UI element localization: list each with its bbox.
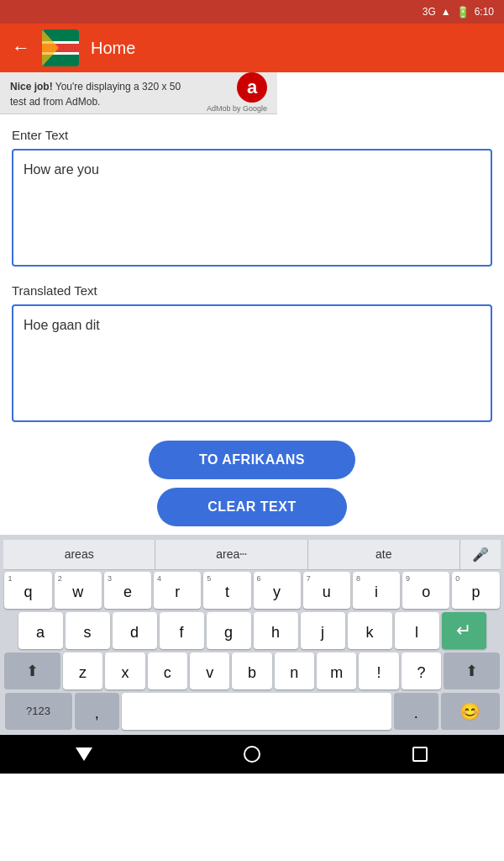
key-q[interactable]: 1 q: [4, 572, 51, 609]
period-key[interactable]: .: [394, 693, 438, 730]
ad-text: Nice job! You're displaying a 320 x 50 t…: [10, 78, 198, 108]
key-h[interactable]: h: [254, 612, 298, 649]
app-bar: ← Home: [0, 24, 504, 72]
app-logo: [42, 29, 79, 66]
key-u[interactable]: 7 u: [303, 572, 350, 609]
app-title: Home: [91, 39, 135, 58]
enter-key[interactable]: ↵: [442, 612, 486, 649]
shift-key[interactable]: ⬆: [4, 652, 60, 689]
keyboard: areas area ••• ate 🎤 1 q 2 w 3 e 4 r: [0, 535, 504, 735]
nav-recents-button[interactable]: [400, 734, 440, 774]
ad-text-bold: Nice job!: [10, 81, 53, 92]
key-r[interactable]: 4 r: [154, 572, 201, 609]
bottom-key-row: ⬆ z x c v b n m ! ? ⬆: [3, 651, 501, 691]
translated-text-label: Translated Text: [12, 283, 492, 298]
recents-nav-icon: [412, 747, 428, 762]
network-indicator: 3G: [423, 6, 436, 18]
time-display: 6:10: [475, 6, 494, 18]
enter-text-label: Enter Text: [12, 128, 492, 142]
number-key-row: 1 q 2 w 3 e 4 r 5 t 6 y 7 u 8 i: [3, 570, 501, 610]
nav-home-button[interactable]: [232, 734, 272, 774]
suggestion-areas[interactable]: areas: [3, 540, 155, 569]
key-l[interactable]: l: [395, 612, 439, 649]
status-bar: 3G ▲ 🔋 6:10: [0, 0, 504, 24]
ad-banner: Nice job! You're displaying a 320 x 50 t…: [0, 72, 277, 114]
key-k[interactable]: k: [348, 612, 392, 649]
key-s[interactable]: s: [66, 612, 110, 649]
key-n[interactable]: n: [275, 652, 314, 689]
key-exclaim[interactable]: !: [359, 652, 398, 689]
back-nav-icon: [76, 747, 92, 761]
nav-bar: [0, 735, 504, 774]
key-x[interactable]: x: [105, 652, 144, 689]
key-o[interactable]: 9 o: [402, 572, 449, 609]
clear-button[interactable]: CLEAR TEXT: [157, 488, 346, 526]
ad-logo: a: [237, 72, 267, 103]
ad-by-text: AdMob by Google: [207, 104, 267, 114]
sym-key[interactable]: ?123: [5, 693, 72, 730]
translated-text-output[interactable]: [12, 304, 492, 422]
action-buttons: TO AFRIKAANS CLEAR TEXT: [12, 441, 492, 526]
key-p[interactable]: 0 p: [452, 572, 499, 609]
suggestion-dots: •••: [239, 551, 246, 557]
translate-button[interactable]: TO AFRIKAANS: [149, 441, 355, 479]
comma-key[interactable]: ,: [75, 693, 119, 730]
battery-icon: 🔋: [456, 6, 470, 18]
suggestion-area[interactable]: area •••: [155, 540, 307, 569]
suggestion-ate[interactable]: ate: [308, 540, 460, 569]
key-b[interactable]: b: [232, 652, 271, 689]
back-button[interactable]: ←: [12, 37, 30, 59]
middle-key-row: a s d f g h j k l ↵: [3, 610, 501, 651]
emoji-key[interactable]: 😊: [441, 693, 499, 730]
suggestions-row: areas area ••• ate 🎤: [3, 540, 501, 570]
key-v[interactable]: v: [190, 652, 229, 689]
key-f[interactable]: f: [160, 612, 204, 649]
key-question[interactable]: ?: [402, 652, 441, 689]
key-c[interactable]: c: [148, 652, 187, 689]
enter-text-input[interactable]: [12, 149, 492, 267]
signal-icon: ▲: [441, 6, 451, 18]
main-content: Enter Text Translated Text TO AFRIKAANS …: [0, 114, 504, 535]
mic-button[interactable]: 🎤: [460, 540, 501, 569]
key-j[interactable]: j: [301, 612, 345, 649]
key-d[interactable]: d: [113, 612, 157, 649]
key-g[interactable]: g: [207, 612, 251, 649]
nav-back-button[interactable]: [64, 734, 104, 774]
ad-logo-letter: a: [247, 77, 257, 98]
key-w[interactable]: 2 w: [55, 572, 102, 609]
key-i[interactable]: 8 i: [353, 572, 400, 609]
key-m[interactable]: m: [317, 652, 356, 689]
key-y[interactable]: 6 y: [254, 572, 301, 609]
key-e[interactable]: 3 e: [104, 572, 151, 609]
shift-key-right[interactable]: ⬆: [444, 652, 499, 689]
space-row: ?123 , . 😊: [3, 691, 501, 732]
key-a[interactable]: a: [18, 612, 63, 649]
key-z[interactable]: z: [63, 652, 102, 689]
space-key[interactable]: [122, 693, 391, 730]
key-t[interactable]: 5 t: [203, 572, 250, 609]
home-nav-icon: [244, 746, 260, 763]
